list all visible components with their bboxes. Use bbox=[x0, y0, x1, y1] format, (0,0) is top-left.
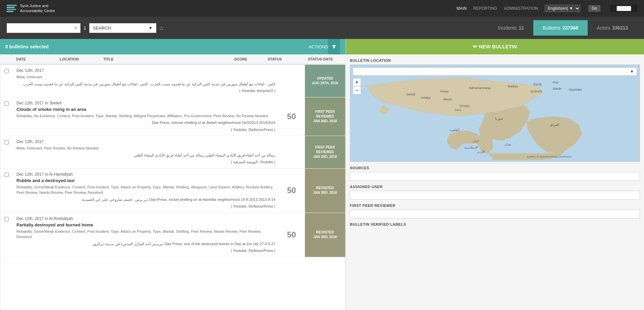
clear-icon[interactable]: ✕ bbox=[74, 25, 78, 31]
header-checkbox-col bbox=[0, 57, 13, 61]
row-score-5: 50 bbox=[278, 213, 305, 257]
info-icon[interactable]: ℹ bbox=[84, 25, 86, 31]
svg-text:الإسكندرية: الإسكندرية bbox=[464, 146, 478, 149]
new-bulletin-button[interactable]: ✏ NEW BULLETIN bbox=[346, 39, 644, 54]
zoom-in-button[interactable]: + bbox=[353, 78, 361, 86]
row-title-2[interactable]: Clouds of smoke rising in an area bbox=[16, 107, 275, 112]
header-date[interactable]: DATE bbox=[13, 57, 57, 61]
actors-label: Actors bbox=[597, 25, 610, 31]
table-header: DATE LOCATION TITLE SCORE STATUS STATUS … bbox=[0, 54, 345, 64]
count-tabs: Incidents 11 Bulletins 237368 Actors 336… bbox=[488, 20, 637, 36]
tab-actors[interactable]: Actors 336213 bbox=[588, 20, 637, 36]
svg-text:لبنان: لبنان bbox=[472, 139, 479, 143]
zoom-out-button[interactable]: − bbox=[353, 86, 361, 94]
row-meta-3: Meta, Irrelevant, Peer Review, No Review… bbox=[16, 145, 275, 151]
nav-administration[interactable]: ADMINISTRATION bbox=[504, 6, 538, 11]
logo-icon bbox=[7, 5, 17, 12]
first-peer-reviewer-input[interactable] bbox=[350, 210, 640, 218]
row-title-5[interactable]: Partially destroyed and burned home bbox=[16, 222, 275, 227]
status-badge-4: REVISITED JAN 3RD, 2018 bbox=[305, 169, 345, 213]
actors-count: 336213 bbox=[612, 25, 628, 31]
row-checkbox[interactable] bbox=[0, 213, 14, 257]
assigned-user-group: ASSIGNED USER bbox=[350, 185, 640, 200]
row-score-1 bbox=[278, 65, 305, 97]
user-box: █████ bbox=[610, 5, 637, 12]
svg-text:Muş: Muş bbox=[553, 81, 558, 84]
row-date-3: Dec 12th, 2017 bbox=[16, 139, 275, 144]
svg-text:Malatya: Malatya bbox=[508, 85, 518, 88]
actions-dropdown-arrow[interactable]: ▼ bbox=[328, 39, 340, 54]
row-checkbox[interactable] bbox=[0, 65, 14, 97]
row-status-4: REVISITED JAN 3RD, 2018 bbox=[305, 169, 345, 213]
row-checkbox[interactable] bbox=[0, 97, 14, 136]
row-status-3: FIRST PEER REVIEWED JAN 2ND, 2018 bbox=[305, 136, 345, 168]
svg-text:Kahramanmaraş: Kahramanmaraş bbox=[469, 86, 491, 90]
row-checkbox[interactable] bbox=[0, 136, 14, 168]
header-title[interactable]: TITLE bbox=[101, 57, 231, 61]
map-zoom-controls: + − bbox=[353, 78, 361, 94]
search-bar: ✕ ℹ SEARCH ▼ ⌂ Incidents 11 Bulletins 23… bbox=[0, 17, 644, 39]
checkbox-4[interactable] bbox=[4, 173, 9, 177]
svg-text:Mardin: Mardin bbox=[553, 87, 562, 90]
map-location-dropdown[interactable]: ▼ bbox=[353, 68, 637, 76]
bulletins-selected: 0 bulletins selected bbox=[5, 44, 49, 49]
tab-incidents[interactable]: Incidents 11 bbox=[488, 20, 533, 36]
row-content-1: Dec 12th, 2017 Meta, Irrelevant كلس - لق… bbox=[14, 65, 278, 97]
row-title-4[interactable]: Rubble and a destroyed taxi bbox=[16, 178, 275, 183]
row-score-2: 50 bbox=[278, 97, 305, 136]
svg-text:Elazığ: Elazığ bbox=[534, 83, 542, 86]
row-content-2: Dec 12th, 2017 in Jbeileh Clouds of smok… bbox=[14, 97, 278, 136]
row-status-5: REVISITED JAN 3RD, 2018 bbox=[305, 213, 345, 257]
row-content-4: Dec 12th, 2017 in Al-Hamidiyah Rubble an… bbox=[14, 169, 278, 213]
map-container: ▼ + − bbox=[350, 64, 640, 162]
row-checkbox[interactable] bbox=[0, 169, 14, 213]
actions-bar: 0 bulletins selected ACTIONS ▼ bbox=[0, 39, 345, 54]
nav-main[interactable]: MAIN bbox=[457, 6, 467, 11]
svg-text:العراق: العراق bbox=[550, 123, 559, 127]
svg-text:Denizli: Denizli bbox=[407, 93, 415, 96]
row-status-2: FIRST PEER REVIEWED JAN 2ND, 2018 bbox=[305, 97, 345, 136]
search-input-wrap: ✕ bbox=[7, 23, 80, 33]
right-panel: ✏ NEW BULLETIN BULLETIN LOCATION ▼ + − bbox=[345, 39, 644, 310]
svg-text:Diyarbakır: Diyarbakır bbox=[569, 88, 582, 91]
nav-reporting[interactable]: REPORTING bbox=[473, 6, 497, 11]
status-badge-5: REVISITED JAN 3RD, 2018 bbox=[305, 213, 345, 257]
svg-text:Mersin: Mersin bbox=[443, 98, 452, 101]
checkbox-2[interactable] bbox=[4, 101, 9, 106]
dropdown-arrow: ▼ bbox=[148, 26, 153, 31]
row-arabic-1: كلس - لقاءات مع أطفال سوريين في مدينة كل… bbox=[16, 81, 275, 87]
sources-input[interactable] bbox=[350, 172, 640, 181]
svg-text:Leaflet | © OpenStreetMap cont: Leaflet | © OpenStreetMap contributors bbox=[527, 155, 572, 158]
bulletin-verified-labels-group: BULLETIN VERIFIED LABELS bbox=[350, 222, 640, 226]
checkbox-5[interactable] bbox=[4, 217, 9, 221]
header-location[interactable]: LOCATION bbox=[57, 57, 101, 61]
first-peer-reviewer-label: FIRST PEER REVIEWER bbox=[350, 204, 640, 208]
go-button[interactable]: Go bbox=[588, 5, 600, 12]
header-status-date[interactable]: STATUS DATE bbox=[305, 57, 345, 61]
checkbox-1[interactable] bbox=[4, 69, 9, 73]
row-content-3: Dec 12th, 2017 Meta, Irrelevant, Peer Re… bbox=[14, 136, 278, 168]
assigned-user-label: ASSIGNED USER bbox=[350, 185, 640, 189]
table-row: Dec 12th, 2017 in Al-Roshdiyah Partially… bbox=[0, 213, 345, 257]
status-badge-3: FIRST PEER REVIEWED JAN 2ND, 2018 bbox=[305, 136, 345, 168]
header-status[interactable]: STATUS bbox=[265, 57, 305, 61]
language-select[interactable]: English(en) ▼ bbox=[545, 5, 580, 12]
bulletin-location-label: BULLETIN LOCATION bbox=[350, 58, 640, 62]
checkbox-3[interactable] bbox=[4, 140, 9, 144]
table-row: Dec 12th, 2017 in Jbeileh Clouds of smok… bbox=[0, 97, 345, 136]
sources-group: SOURCES bbox=[350, 166, 640, 181]
search-input[interactable] bbox=[7, 23, 80, 33]
bulletins-count: 237368 bbox=[562, 25, 578, 31]
row-arabic-2: Dair Press- intense shelling of al-Jbele… bbox=[16, 120, 275, 126]
row-meta-2: Reliability, No Evidence, Content, Post-… bbox=[16, 113, 275, 119]
home-icon[interactable]: ⌂ bbox=[160, 25, 163, 32]
status-badge-1: UPDATED AUG 29TH, 2019 bbox=[305, 65, 345, 97]
header-score[interactable]: SCORE bbox=[231, 57, 265, 61]
assigned-user-input[interactable] bbox=[350, 191, 640, 200]
top-nav-links: MAIN REPORTING ADMINISTRATION English(en… bbox=[457, 5, 637, 12]
main-layout: 0 bulletins selected ACTIONS ▼ DATE LOCA… bbox=[0, 39, 644, 310]
tab-bulletins[interactable]: Bulletins 237368 bbox=[533, 20, 588, 36]
search-dropdown[interactable]: SEARCH ▼ bbox=[89, 23, 156, 33]
table-row: Dec 12th, 2017 in Al-Hamidiyah Rubble an… bbox=[0, 169, 345, 213]
row-arabic-5: Dair Press: one of the destroyed homes i… bbox=[16, 241, 275, 247]
